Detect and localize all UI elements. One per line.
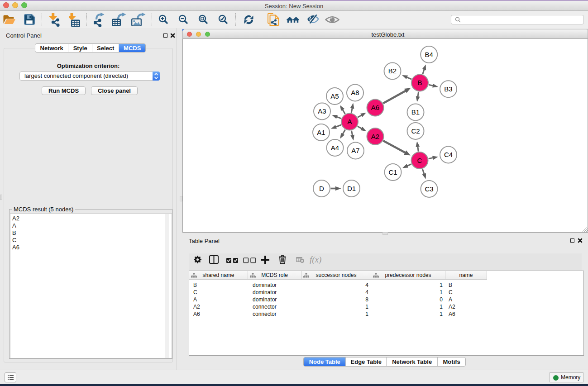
svg-text:B1: B1 [411,108,420,116]
svg-text:A8: A8 [351,89,359,96]
svg-text:D1: D1 [347,185,356,192]
svg-text:A4: A4 [331,144,339,152]
svg-text:A5: A5 [330,92,339,100]
svg-text:B: B [417,79,422,86]
svg-text:C1: C1 [388,168,397,176]
svg-text:A2: A2 [371,133,379,140]
svg-text:A7: A7 [351,147,359,154]
svg-text:A6: A6 [371,104,379,111]
svg-text:C3: C3 [425,185,433,193]
svg-text:B4: B4 [425,51,433,58]
svg-text:A: A [347,118,352,125]
svg-text:C4: C4 [444,151,453,158]
svg-text:C2: C2 [411,127,420,135]
svg-text:B3: B3 [444,85,452,93]
svg-text:A3: A3 [318,107,326,115]
svg-text:C: C [417,157,422,164]
svg-text:B2: B2 [388,67,397,75]
svg-text:A1: A1 [317,129,325,136]
svg-text:D: D [319,185,324,192]
